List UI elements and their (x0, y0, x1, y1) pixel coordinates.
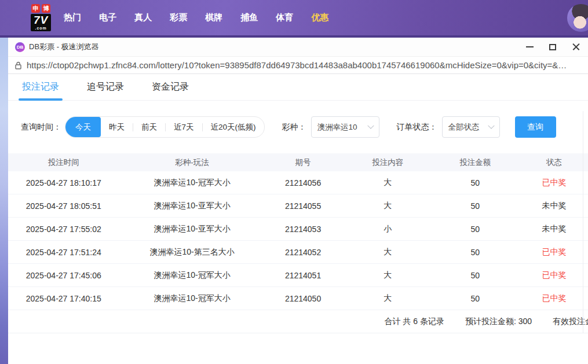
status-cell: 已中奖 (516, 293, 588, 304)
window-controls (518, 38, 587, 56)
maximize-icon (549, 44, 556, 50)
record-tabs: 投注记录 追号记录 资金记录 (8, 74, 588, 101)
table-row: 2025-04-27 17:55:02 澳洲幸运10-亚军大小 21214053… (8, 218, 588, 241)
header-lottery-play: 彩种-玩法 (119, 157, 265, 168)
order-status-label: 订单状态： (397, 122, 437, 133)
chevron-down-icon (367, 122, 374, 128)
window-title: DB彩票 - 极速浏览器 (29, 42, 99, 52)
time-option-7days[interactable]: 近7天 (166, 117, 202, 137)
bet-content-cell: 大 (341, 247, 434, 258)
header-bet-content: 投注内容 (341, 157, 434, 168)
time-range-group: 今天 昨天 前天 近7天 近20天(低频) (65, 116, 265, 138)
browser-window: DB DB彩票 - 极速浏览器 https://ctop02pchwp1.zfn… (8, 38, 588, 364)
bet-content-cell: 大 (341, 201, 434, 211)
page-background-strip (0, 38, 8, 364)
status-cell: 已中奖 (516, 247, 588, 258)
issue-cell: 21214056 (265, 178, 341, 187)
header-issue: 期号 (265, 157, 341, 168)
table-row: 2025-04-27 18:05:51 澳洲幸运10-亚军大小 21214055… (8, 194, 588, 218)
time-option-yesterday[interactable]: 昨天 (101, 117, 133, 137)
lottery-select[interactable]: 澳洲幸运10 (311, 116, 379, 138)
bet-time-cell: 2025-04-27 17:55:02 (8, 225, 119, 234)
logo-main: 7V .com (31, 14, 51, 31)
footer-expected-amount: 预计投注金额: 300 (465, 317, 532, 327)
filter-bar: 查询时间： 今天 昨天 前天 近7天 近20天(低频) 彩种： 澳洲幸运10 订… (21, 116, 588, 138)
site-topbar: 申 博 7V .com 热门 电子 真人 彩票 棋牌 捕鱼 体育 优惠 (0, 0, 588, 38)
issue-cell: 21214051 (265, 271, 341, 280)
logo-text: 7V (34, 14, 48, 25)
site-logo[interactable]: 申 博 7V .com (31, 4, 51, 31)
close-icon (572, 43, 580, 51)
lock-icon (15, 61, 21, 69)
window-titlebar[interactable]: DB DB彩票 - 极速浏览器 (8, 38, 588, 57)
close-button[interactable] (564, 38, 587, 56)
header-status: 状态 (516, 157, 588, 168)
records-table: 投注时间 彩种-玩法 期号 投注内容 投注金额 状态 2025-04-27 18… (8, 153, 588, 333)
site-nav: 热门 电子 真人 彩票 棋牌 捕鱼 体育 优惠 (64, 12, 328, 23)
table-row: 2025-04-27 17:51:24 澳洲幸运10-第三名大小 2121405… (8, 241, 588, 264)
minimize-icon (526, 46, 534, 47)
tab-chase-records[interactable]: 追号记录 (87, 74, 124, 100)
order-status-select[interactable]: 全部状态 (442, 116, 500, 138)
bet-content-cell: 大 (341, 293, 434, 304)
table-footer: 合计 共 6 条记录 预计投注金额: 300 有效投注金额: (8, 310, 588, 333)
bet-amount-cell: 50 (434, 248, 516, 257)
table-header: 投注时间 彩种-玩法 期号 投注内容 投注金额 状态 (8, 153, 588, 171)
records-table-body: 2025-04-27 18:10:17 澳洲幸运10-冠军大小 21214056… (8, 171, 588, 310)
browser-app-icon: DB (15, 42, 25, 52)
table-row: 2025-04-27 17:40:15 澳洲幸运10-冠军大小 21214050… (8, 287, 588, 310)
bet-amount-cell: 50 (434, 225, 516, 234)
nav-item-live[interactable]: 真人 (134, 12, 152, 23)
logo-domain: .com (35, 26, 46, 30)
issue-cell: 21214055 (265, 201, 341, 211)
nav-item-hot[interactable]: 热门 (64, 12, 81, 23)
bet-amount-cell: 50 (434, 201, 516, 211)
status-cell: 已中奖 (516, 178, 588, 188)
issue-cell: 21214052 (265, 248, 341, 257)
bet-time-cell: 2025-04-27 17:40:15 (8, 294, 119, 303)
nav-item-fishing[interactable]: 捕鱼 (240, 12, 258, 23)
time-filter-label: 查询时间： (21, 122, 61, 133)
tab-bet-records[interactable]: 投注记录 (22, 74, 59, 100)
lottery-play-cell: 澳洲幸运10-亚军大小 (119, 201, 265, 211)
bet-time-cell: 2025-04-27 17:51:24 (8, 248, 119, 257)
lottery-play-cell: 澳洲幸运10-冠军大小 (119, 270, 265, 281)
bet-content-cell: 大 (341, 270, 434, 281)
logo-badge-1: 申 (31, 4, 40, 13)
chevron-down-icon (488, 122, 494, 128)
bet-time-cell: 2025-04-27 18:05:51 (8, 201, 119, 211)
search-button[interactable]: 查询 (515, 116, 556, 138)
lottery-play-cell: 澳洲幸运10-冠军大小 (119, 293, 265, 304)
logo-badge-2: 博 (42, 4, 50, 13)
status-cell: 已中奖 (516, 270, 588, 281)
maximize-button[interactable] (541, 38, 564, 56)
footer-total-count: 合计 共 6 条记录 (385, 317, 444, 327)
lottery-play-cell: 澳洲幸运10-冠军大小 (119, 178, 265, 188)
status-cell: 未中奖 (516, 224, 588, 234)
lottery-filter-label: 彩种： (282, 122, 306, 133)
nav-item-slots[interactable]: 电子 (99, 12, 116, 23)
address-bar[interactable]: https://ctop02pchwp1.zfnc84.com/lottery/… (8, 57, 588, 74)
time-option-today[interactable]: 今天 (65, 117, 101, 137)
user-avatar[interactable] (567, 4, 588, 32)
issue-cell: 21214053 (265, 225, 341, 234)
minimize-button[interactable] (518, 38, 541, 56)
content-right-edge (583, 111, 583, 333)
bet-amount-cell: 50 (434, 294, 516, 303)
tab-fund-records[interactable]: 资金记录 (152, 74, 189, 100)
time-option-daybefore[interactable]: 前天 (133, 117, 165, 137)
bet-time-cell: 2025-04-27 17:45:06 (8, 271, 119, 280)
header-bet-time: 投注时间 (8, 157, 119, 168)
bet-time-cell: 2025-04-27 18:10:17 (8, 178, 119, 187)
lottery-select-value: 澳洲幸运10 (317, 122, 357, 133)
nav-item-sports[interactable]: 体育 (276, 12, 293, 23)
bet-content-cell: 大 (341, 178, 434, 188)
time-option-20days[interactable]: 近20天(低频) (203, 117, 264, 137)
page-content: 投注记录 追号记录 资金记录 查询时间： 今天 昨天 前天 近7天 近20天(低… (8, 74, 588, 333)
nav-item-cards[interactable]: 棋牌 (205, 12, 222, 23)
logo-badges: 申 博 (31, 4, 50, 13)
bet-amount-cell: 50 (434, 271, 516, 280)
nav-item-promos[interactable]: 优惠 (311, 12, 328, 23)
nav-item-lottery[interactable]: 彩票 (170, 12, 187, 23)
issue-cell: 21214050 (265, 294, 341, 303)
